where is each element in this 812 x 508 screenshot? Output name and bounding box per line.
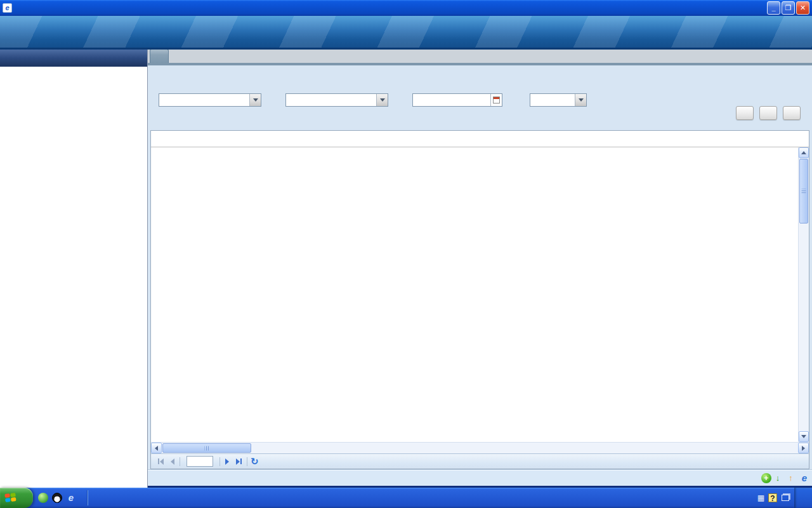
scroll-down-icon[interactable]: [799, 431, 809, 442]
first-page-button[interactable]: [156, 457, 166, 466]
vertical-scrollbar[interactable]: [798, 147, 809, 442]
taskbar: e ▦ ?: [0, 488, 812, 508]
ie-quicklaunch-icon[interactable]: e: [66, 493, 76, 503]
download-arrow-icon: ↓: [776, 473, 780, 483]
quick-launch: e: [33, 493, 85, 503]
refresh-icon[interactable]: ↻: [251, 457, 259, 466]
language-bar: ▦ ?: [752, 493, 794, 502]
status-bar: + ↓ ↑ e: [148, 469, 812, 486]
time-combobox[interactable]: [530, 93, 587, 107]
sidebar-menu: [0, 50, 148, 488]
restore-button[interactable]: ❐: [782, 1, 795, 15]
scroll-right-icon[interactable]: [798, 443, 809, 453]
input-keyboard-icon[interactable]: ▦: [757, 493, 764, 502]
export-excel-button[interactable]: [759, 106, 777, 120]
last-page-button[interactable]: [234, 457, 244, 466]
ie-app-icon: e: [3, 3, 12, 13]
prev-page-button[interactable]: [169, 457, 176, 466]
media-player-quicklaunch-icon[interactable]: [38, 493, 48, 503]
date-field[interactable]: [412, 93, 502, 107]
sidebar-submenu: [0, 67, 147, 488]
ie-status-icon: e: [802, 472, 807, 483]
tab-history-transient-log[interactable]: [150, 49, 169, 63]
fan-select-dropdown-icon[interactable]: [376, 94, 388, 106]
sidebar-header: [0, 50, 147, 67]
scroll-left-icon[interactable]: [151, 443, 162, 453]
fan-select-value: [286, 94, 376, 106]
fan-type-dropdown-icon[interactable]: [249, 94, 261, 106]
safety-tool-icon[interactable]: +: [761, 473, 771, 483]
scroll-up-icon[interactable]: [799, 147, 809, 158]
vertical-scroll-thumb[interactable]: [799, 159, 808, 224]
grid-header-row: [151, 131, 809, 147]
close-button[interactable]: ✕: [796, 1, 809, 15]
next-page-button[interactable]: [223, 457, 231, 466]
time-value: [530, 94, 575, 106]
windows-flag-icon: [4, 493, 16, 503]
data-grid: ↻: [150, 130, 809, 469]
horizontal-scrollbar[interactable]: [151, 442, 809, 453]
time-dropdown-icon[interactable]: [575, 94, 586, 106]
tab-strip: [148, 50, 812, 65]
language-bar-restore-icon[interactable]: [782, 495, 789, 501]
app-banner: [0, 16, 812, 50]
start-button[interactable]: [0, 488, 33, 508]
fan-select-combobox[interactable]: [285, 93, 388, 107]
system-tray: [794, 488, 812, 508]
clear-button[interactable]: [783, 106, 801, 120]
page-number-input[interactable]: [187, 456, 213, 467]
date-value: [413, 94, 490, 106]
content-area: ↻ + ↓ ↑ e: [148, 50, 812, 488]
fan-type-value: [159, 94, 249, 106]
minimize-button[interactable]: _: [767, 1, 780, 15]
calendar-picker-icon[interactable]: [490, 94, 502, 106]
stat-button[interactable]: [736, 106, 754, 120]
grid-body: [151, 147, 798, 442]
fan-type-combobox[interactable]: [159, 93, 261, 107]
paging-toolbar: ↻: [151, 453, 809, 469]
filter-panel: [148, 65, 812, 130]
qq-quicklaunch-icon[interactable]: [52, 493, 62, 503]
window-titlebar: e _ ❐ ✕: [0, 0, 812, 16]
horizontal-scroll-thumb[interactable]: [162, 443, 251, 453]
upload-arrow-icon: ↑: [789, 473, 793, 483]
input-help-icon[interactable]: ?: [768, 493, 777, 502]
